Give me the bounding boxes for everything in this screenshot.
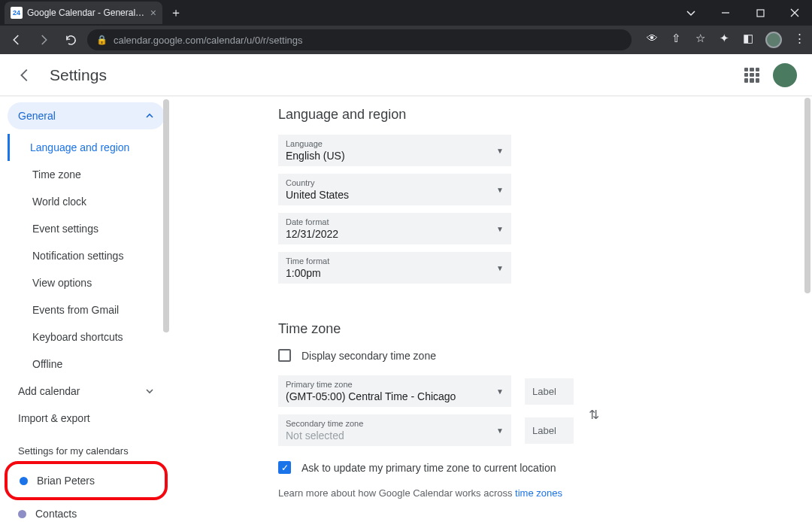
eye-icon[interactable]: 👁	[645, 32, 659, 48]
sidebar-item-offline[interactable]: Offline	[10, 351, 165, 378]
sidebar-item-import-export[interactable]: Import & export	[8, 405, 165, 432]
annotation-highlight: Brian Peters	[5, 461, 168, 500]
dropdown-arrow-icon: ▼	[496, 426, 504, 435]
sidebar-section-my-calendars: Settings for my calendars	[8, 432, 165, 461]
google-apps-icon[interactable]	[744, 68, 759, 83]
tab-list-icon[interactable]	[674, 0, 708, 26]
browser-tab-strip: 24 Google Calendar - General settin × ＋	[0, 0, 812, 26]
bookmark-star-icon[interactable]: ☆	[693, 32, 707, 48]
swap-timezones-icon[interactable]: ⇅	[589, 407, 599, 423]
sidebar-scrollbar[interactable]	[163, 99, 169, 332]
dropdown-arrow-icon: ▼	[496, 264, 504, 272]
nav-forward-button[interactable]	[33, 29, 54, 50]
calendar-color-dot	[18, 510, 26, 518]
chevron-up-icon	[145, 111, 154, 120]
address-bar[interactable]: 🔒 calendar.google.com/calendar/u/0/r/set…	[87, 29, 632, 50]
sidebar-item-language-region[interactable]: Language and region	[8, 134, 165, 161]
browser-tab[interactable]: 24 Google Calendar - General settin ×	[5, 2, 162, 24]
extensions-icon[interactable]: ✦	[717, 32, 731, 48]
secondary-tz-label-input[interactable]: Label	[525, 417, 574, 444]
ask-update-tz-label: Ask to update my primary time zone to cu…	[301, 462, 556, 474]
calendar-color-dot	[20, 477, 28, 485]
primary-tz-label-input[interactable]: Label	[525, 378, 574, 405]
timezone-learn-more: Learn more about how Google Calendar wor…	[278, 487, 797, 499]
ask-update-tz-checkbox[interactable]: ✓	[278, 461, 291, 474]
window-controls	[674, 0, 812, 26]
nav-back-button[interactable]	[6, 29, 27, 50]
time-zones-link[interactable]: time zones	[515, 487, 562, 499]
browser-toolbar: 🔒 calendar.google.com/calendar/u/0/r/set…	[0, 26, 812, 54]
settings-main: Language and region Language English (US…	[169, 96, 812, 522]
profile-avatar-icon[interactable]	[765, 32, 782, 48]
primary-timezone-select[interactable]: Primary time zone (GMT-05:00) Central Ti…	[278, 375, 511, 407]
share-icon[interactable]: ⇧	[669, 32, 683, 48]
settings-sidebar: General Language and region Time zone Wo…	[0, 96, 169, 522]
reload-button[interactable]	[60, 29, 81, 50]
sidebar-item-notification-settings[interactable]: Notification settings	[10, 242, 165, 269]
sidebar-calendar-brian-peters[interactable]: Brian Peters	[9, 467, 163, 494]
sidebar-item-world-clock[interactable]: World clock	[10, 188, 165, 215]
page-title: Settings	[50, 66, 107, 84]
display-secondary-tz-checkbox[interactable]	[278, 349, 291, 362]
secondary-timezone-select[interactable]: Secondary time zone Not selected ▼	[278, 414, 511, 446]
dropdown-arrow-icon: ▼	[496, 225, 504, 233]
time-format-select[interactable]: Time format 1:00pm ▼	[278, 252, 511, 284]
settings-back-button[interactable]	[17, 67, 33, 83]
sidebar-item-view-options[interactable]: View options	[10, 269, 165, 296]
chevron-down-icon	[145, 387, 154, 396]
calendar-favicon-icon: 24	[11, 7, 23, 19]
close-window-button[interactable]	[777, 0, 812, 26]
sidebar-item-time-zone[interactable]: Time zone	[10, 161, 165, 188]
sidebar-item-add-calendar[interactable]: Add calendar	[8, 378, 165, 405]
sidebar-item-event-settings[interactable]: Event settings	[10, 215, 165, 242]
app-header: Settings	[0, 54, 812, 96]
lock-icon: 🔒	[96, 35, 108, 45]
country-select[interactable]: Country United States ▼	[278, 174, 511, 205]
main-scrollbar[interactable]	[804, 98, 810, 293]
language-select[interactable]: Language English (US) ▼	[278, 135, 511, 166]
chrome-menu-icon[interactable]: ⋮	[792, 32, 806, 48]
dropdown-arrow-icon: ▼	[496, 186, 504, 194]
account-avatar[interactable]	[773, 63, 797, 87]
dropdown-arrow-icon: ▼	[496, 387, 504, 396]
side-panel-icon[interactable]: ◧	[741, 32, 755, 48]
dropdown-arrow-icon: ▼	[496, 147, 504, 155]
minimize-button[interactable]	[708, 0, 743, 26]
new-tab-button[interactable]: ＋	[170, 5, 182, 21]
sidebar-item-keyboard-shortcuts[interactable]: Keyboard shortcuts	[10, 323, 165, 351]
date-format-select[interactable]: Date format 12/31/2022 ▼	[278, 213, 511, 244]
tab-title: Google Calendar - General settin	[27, 8, 146, 18]
sidebar-item-events-from-gmail[interactable]: Events from Gmail	[10, 296, 165, 323]
section-title-time-zone: Time zone	[278, 321, 797, 337]
maximize-button[interactable]	[743, 0, 777, 26]
sidebar-section-general[interactable]: General	[8, 102, 165, 129]
display-secondary-tz-label: Display secondary time zone	[301, 350, 436, 362]
close-tab-icon[interactable]: ×	[150, 7, 156, 19]
svg-rect-1	[757, 10, 764, 17]
section-title-language-region: Language and region	[278, 107, 797, 123]
url-text: calendar.google.com/calendar/u/0/r/setti…	[114, 35, 303, 46]
sidebar-calendar-contacts[interactable]: Contacts	[8, 500, 165, 522]
